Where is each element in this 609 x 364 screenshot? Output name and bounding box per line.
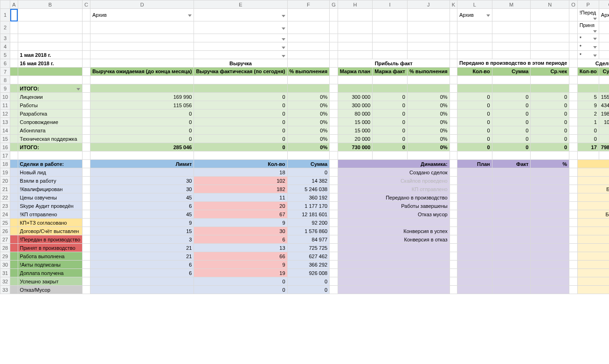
cell[interactable] [531, 202, 569, 210]
cell[interactable]: 0 [531, 101, 569, 110]
cell[interactable]: 0 [457, 126, 492, 135]
column-header-row[interactable]: A B C D E F G H I J K L M N O P Q R S T … [0, 0, 609, 9]
cell[interactable]: 0 [90, 135, 194, 143]
cell[interactable]: 30 [90, 177, 194, 185]
bonus-label[interactable]: Бонус за закрытые проекты [577, 210, 609, 219]
dynamics-label[interactable]: Отказ мусор [338, 210, 450, 219]
cell[interactable]: 300 000 [338, 93, 373, 101]
cell[interactable]: 434 358 [599, 101, 609, 110]
row-2[interactable]: 2 [0, 21, 10, 34]
deal-label[interactable]: Взяли в работу [18, 177, 82, 185]
cell[interactable]: 66 [194, 252, 287, 261]
cell[interactable] [90, 286, 194, 294]
deal-label[interactable]: Новый лид [18, 168, 82, 177]
cell[interactable]: 360 192 [287, 193, 330, 202]
cell[interactable]: 182 [194, 185, 287, 193]
row-11[interactable]: 11 [0, 101, 10, 110]
row-25[interactable]: 25 [0, 219, 10, 227]
spreadsheet-grid[interactable]: A B C D E F G H I J K L M N O P Q R S T … [0, 0, 609, 294]
cell[interactable]: 0 [194, 93, 287, 101]
cell[interactable] [457, 235, 492, 244]
deal-label[interactable]: Договор/Счёт выставлен [18, 227, 82, 235]
col-P[interactable]: P [577, 0, 599, 9]
deal-label[interactable]: Принят в производство [18, 244, 82, 252]
cell[interactable] [457, 261, 492, 269]
cell[interactable]: 17 [577, 143, 599, 151]
cell[interactable]: 9 [194, 261, 287, 269]
cell[interactable]: 0 [492, 118, 531, 126]
cell[interactable]: 0 [492, 110, 531, 118]
cell[interactable] [531, 244, 569, 252]
cell[interactable] [531, 235, 569, 244]
cell[interactable] [531, 277, 569, 286]
row-17[interactable]: 17 [0, 151, 10, 160]
cell[interactable] [492, 227, 531, 235]
cell[interactable]: 0 [531, 126, 569, 135]
cell[interactable]: 21 [90, 252, 194, 261]
cell[interactable] [531, 261, 569, 269]
row-26[interactable]: 26 [0, 227, 10, 235]
cell[interactable]: 0 [577, 135, 599, 143]
cell[interactable] [457, 277, 492, 286]
cell[interactable] [492, 177, 531, 185]
cell[interactable]: 1 [577, 118, 599, 126]
col-I[interactable]: I [373, 0, 408, 9]
dynamics-label[interactable]: Передано в производство [338, 193, 450, 202]
bonus-label[interactable]: Бонус % от ПРИБЫЛИ [577, 193, 609, 202]
filter[interactable]: !Перед [577, 9, 599, 21]
row-23[interactable]: 23 [0, 202, 10, 210]
row-30[interactable]: 30 [0, 261, 10, 269]
filter[interactable]: Приня [577, 21, 599, 34]
row-5[interactable]: 5 [0, 51, 10, 59]
cell-A1-selected[interactable] [10, 9, 18, 21]
cell[interactable] [457, 252, 492, 261]
cell[interactable]: 300 000 [338, 101, 373, 110]
col-C[interactable]: C [83, 0, 90, 9]
cell[interactable]: 18 [194, 168, 287, 177]
dynamics-label[interactable]: Конверсия в успех [338, 227, 450, 235]
row-3[interactable]: 3 [0, 34, 10, 42]
cell[interactable]: 0% [287, 110, 330, 118]
cell[interactable]: 92 200 [287, 219, 330, 227]
cell[interactable]: 15 000 [338, 126, 373, 135]
bonus-label[interactable]: Бонус за ЛИДЫ [577, 168, 609, 177]
cell[interactable]: 0 [373, 126, 408, 135]
row-15[interactable]: 15 [0, 135, 10, 143]
row-10[interactable]: 10 [0, 93, 10, 101]
row-31[interactable]: 31 [0, 269, 10, 277]
bonus-label[interactable] [577, 235, 609, 244]
cell[interactable]: 0 [531, 143, 569, 151]
cell[interactable]: 3 [90, 235, 194, 244]
cell[interactable] [457, 185, 492, 193]
cell[interactable] [531, 177, 569, 185]
cell[interactable] [457, 286, 492, 294]
cell[interactable]: 1 576 860 [287, 227, 330, 235]
cell[interactable] [492, 269, 531, 277]
cell[interactable]: 0 [194, 110, 287, 118]
row-33[interactable]: 33 [0, 286, 10, 294]
cell[interactable] [90, 277, 194, 286]
cell[interactable]: 0 [194, 126, 287, 135]
cell[interactable]: 30 [90, 185, 194, 193]
row-9[interactable]: 9 [0, 84, 10, 93]
cell[interactable]: 0 [373, 118, 408, 126]
cell[interactable] [457, 219, 492, 227]
cell[interactable]: 6 [90, 269, 194, 277]
deal-label[interactable]: Цены озвучены [18, 193, 82, 202]
cell[interactable]: 0 [457, 101, 492, 110]
bonus-label[interactable] [577, 261, 609, 269]
deal-label[interactable]: Работа выполнена [18, 252, 82, 261]
cell[interactable]: 627 462 [287, 252, 330, 261]
cell[interactable] [90, 168, 194, 177]
cell[interactable]: 0 [457, 135, 492, 143]
cell[interactable]: 0 [457, 93, 492, 101]
cell[interactable]: 45 [90, 193, 194, 202]
revenue-label[interactable]: Разработка [18, 110, 82, 118]
cell[interactable] [492, 185, 531, 193]
cell[interactable] [492, 286, 531, 294]
row-32[interactable]: 32 [0, 277, 10, 286]
cell[interactable]: 5 246 038 [287, 185, 330, 193]
cell[interactable]: 0 [492, 101, 531, 110]
dynamics-label[interactable]: Конверсия в отказ [338, 235, 450, 244]
dynamics-label[interactable] [338, 261, 450, 269]
